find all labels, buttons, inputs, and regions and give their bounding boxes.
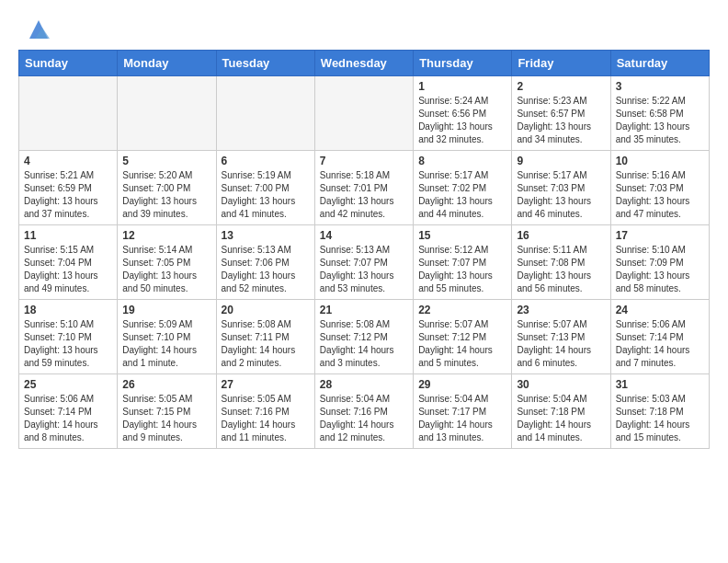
calendar-cell: 4Sunrise: 5:21 AM Sunset: 6:59 PM Daylig…: [19, 151, 118, 225]
weekday-header-monday: Monday: [118, 51, 216, 76]
calendar-cell: 8Sunrise: 5:17 AM Sunset: 7:02 PM Daylig…: [414, 151, 512, 225]
day-info: Sunrise: 5:04 AM Sunset: 7:16 PM Dayligh…: [320, 393, 408, 444]
day-info: Sunrise: 5:17 AM Sunset: 7:03 PM Dayligh…: [517, 169, 605, 221]
day-info: Sunrise: 5:10 AM Sunset: 7:10 PM Dayligh…: [24, 318, 112, 370]
calendar-cell: 29Sunrise: 5:04 AM Sunset: 7:17 PM Dayli…: [414, 374, 512, 449]
day-number: 3: [616, 80, 704, 93]
day-info: Sunrise: 5:13 AM Sunset: 7:06 PM Dayligh…: [222, 244, 310, 295]
calendar-header-row: SundayMondayTuesdayWednesdayThursdayFrid…: [19, 51, 710, 76]
day-number: 29: [418, 378, 506, 391]
weekday-header-tuesday: Tuesday: [216, 51, 314, 76]
calendar-cell: [19, 76, 118, 151]
day-info: Sunrise: 5:15 AM Sunset: 7:04 PM Dayligh…: [24, 244, 112, 295]
day-info: Sunrise: 5:05 AM Sunset: 7:15 PM Dayligh…: [122, 393, 210, 444]
calendar-cell: 1Sunrise: 5:24 AM Sunset: 6:56 PM Daylig…: [414, 76, 512, 151]
day-number: 4: [24, 155, 112, 167]
logo: [22, 17, 51, 42]
logo-icon: [26, 17, 51, 42]
day-info: Sunrise: 5:06 AM Sunset: 7:14 PM Dayligh…: [24, 393, 112, 444]
weekday-header-friday: Friday: [512, 51, 610, 76]
day-number: 13: [222, 229, 310, 242]
calendar-week-3: 11Sunrise: 5:15 AM Sunset: 7:04 PM Dayli…: [19, 225, 710, 300]
day-info: Sunrise: 5:24 AM Sunset: 6:56 PM Dayligh…: [418, 95, 506, 146]
calendar-cell: 30Sunrise: 5:04 AM Sunset: 7:18 PM Dayli…: [512, 374, 610, 449]
day-info: Sunrise: 5:13 AM Sunset: 7:07 PM Dayligh…: [320, 244, 408, 295]
calendar-cell: 11Sunrise: 5:15 AM Sunset: 7:04 PM Dayli…: [19, 225, 118, 300]
day-number: 23: [517, 304, 605, 316]
day-info: Sunrise: 5:04 AM Sunset: 7:18 PM Dayligh…: [517, 393, 605, 444]
calendar-cell: 20Sunrise: 5:08 AM Sunset: 7:11 PM Dayli…: [216, 300, 314, 374]
calendar-cell: 15Sunrise: 5:12 AM Sunset: 7:07 PM Dayli…: [414, 225, 512, 300]
calendar-cell: 14Sunrise: 5:13 AM Sunset: 7:07 PM Dayli…: [314, 225, 413, 300]
calendar-cell: 24Sunrise: 5:06 AM Sunset: 7:14 PM Dayli…: [610, 300, 709, 374]
day-info: Sunrise: 5:03 AM Sunset: 7:18 PM Dayligh…: [616, 393, 704, 444]
day-info: Sunrise: 5:06 AM Sunset: 7:14 PM Dayligh…: [616, 318, 704, 370]
day-info: Sunrise: 5:08 AM Sunset: 7:11 PM Dayligh…: [222, 318, 310, 370]
calendar-cell: 23Sunrise: 5:07 AM Sunset: 7:13 PM Dayli…: [512, 300, 610, 374]
day-number: 1: [418, 80, 506, 93]
day-info: Sunrise: 5:05 AM Sunset: 7:16 PM Dayligh…: [222, 393, 310, 444]
calendar-cell: 13Sunrise: 5:13 AM Sunset: 7:06 PM Dayli…: [216, 225, 314, 300]
day-info: Sunrise: 5:16 AM Sunset: 7:03 PM Dayligh…: [616, 169, 704, 221]
day-number: 6: [222, 155, 310, 167]
day-info: Sunrise: 5:07 AM Sunset: 7:13 PM Dayligh…: [517, 318, 605, 370]
calendar-cell: [118, 76, 216, 151]
day-number: 5: [122, 155, 210, 167]
calendar-cell: 9Sunrise: 5:17 AM Sunset: 7:03 PM Daylig…: [512, 151, 610, 225]
day-info: Sunrise: 5:23 AM Sunset: 6:57 PM Dayligh…: [517, 95, 605, 146]
day-number: 19: [122, 304, 210, 316]
calendar-week-4: 18Sunrise: 5:10 AM Sunset: 7:10 PM Dayli…: [19, 300, 710, 374]
day-info: Sunrise: 5:07 AM Sunset: 7:12 PM Dayligh…: [418, 318, 506, 370]
day-number: 31: [616, 378, 704, 391]
calendar-cell: 5Sunrise: 5:20 AM Sunset: 7:00 PM Daylig…: [118, 151, 216, 225]
calendar-cell: 19Sunrise: 5:09 AM Sunset: 7:10 PM Dayli…: [118, 300, 216, 374]
day-info: Sunrise: 5:20 AM Sunset: 7:00 PM Dayligh…: [122, 169, 210, 221]
day-info: Sunrise: 5:17 AM Sunset: 7:02 PM Dayligh…: [418, 169, 506, 221]
weekday-header-wednesday: Wednesday: [314, 51, 413, 76]
day-info: Sunrise: 5:09 AM Sunset: 7:10 PM Dayligh…: [122, 318, 210, 370]
day-info: Sunrise: 5:22 AM Sunset: 6:58 PM Dayligh…: [616, 95, 704, 146]
day-number: 11: [24, 229, 112, 242]
day-info: Sunrise: 5:04 AM Sunset: 7:17 PM Dayligh…: [418, 393, 506, 444]
day-number: 12: [122, 229, 210, 242]
day-number: 17: [616, 229, 704, 242]
calendar-cell: 6Sunrise: 5:19 AM Sunset: 7:00 PM Daylig…: [216, 151, 314, 225]
day-info: Sunrise: 5:11 AM Sunset: 7:08 PM Dayligh…: [517, 244, 605, 295]
weekday-header-thursday: Thursday: [414, 51, 512, 76]
day-number: 10: [616, 155, 704, 167]
day-info: Sunrise: 5:12 AM Sunset: 7:07 PM Dayligh…: [418, 244, 506, 295]
day-number: 30: [517, 378, 605, 391]
day-number: 26: [122, 378, 210, 391]
calendar-cell: 28Sunrise: 5:04 AM Sunset: 7:16 PM Dayli…: [314, 374, 413, 449]
calendar-cell: 31Sunrise: 5:03 AM Sunset: 7:18 PM Dayli…: [610, 374, 709, 449]
calendar-cell: 7Sunrise: 5:18 AM Sunset: 7:01 PM Daylig…: [314, 151, 413, 225]
day-number: 25: [24, 378, 112, 391]
calendar-table: SundayMondayTuesdayWednesdayThursdayFrid…: [18, 50, 710, 449]
weekday-header-sunday: Sunday: [19, 51, 118, 76]
calendar-week-2: 4Sunrise: 5:21 AM Sunset: 6:59 PM Daylig…: [19, 151, 710, 225]
calendar-cell: 25Sunrise: 5:06 AM Sunset: 7:14 PM Dayli…: [19, 374, 118, 449]
calendar-cell: 12Sunrise: 5:14 AM Sunset: 7:05 PM Dayli…: [118, 225, 216, 300]
day-number: 7: [320, 155, 408, 167]
day-number: 20: [222, 304, 310, 316]
day-number: 28: [320, 378, 408, 391]
weekday-header-saturday: Saturday: [610, 51, 709, 76]
calendar-cell: 10Sunrise: 5:16 AM Sunset: 7:03 PM Dayli…: [610, 151, 709, 225]
day-number: 27: [222, 378, 310, 391]
calendar-cell: 16Sunrise: 5:11 AM Sunset: 7:08 PM Dayli…: [512, 225, 610, 300]
day-info: Sunrise: 5:21 AM Sunset: 6:59 PM Dayligh…: [24, 169, 112, 221]
calendar-week-1: 1Sunrise: 5:24 AM Sunset: 6:56 PM Daylig…: [19, 76, 710, 151]
day-number: 15: [418, 229, 506, 242]
day-info: Sunrise: 5:10 AM Sunset: 7:09 PM Dayligh…: [616, 244, 704, 295]
day-number: 18: [24, 304, 112, 316]
page-header: [0, 0, 728, 50]
calendar-cell: [314, 76, 413, 151]
calendar-cell: [216, 76, 314, 151]
calendar-cell: 2Sunrise: 5:23 AM Sunset: 6:57 PM Daylig…: [512, 76, 610, 151]
calendar-wrapper: SundayMondayTuesdayWednesdayThursdayFrid…: [0, 50, 728, 458]
day-info: Sunrise: 5:18 AM Sunset: 7:01 PM Dayligh…: [320, 169, 408, 221]
day-number: 22: [418, 304, 506, 316]
day-number: 24: [616, 304, 704, 316]
day-number: 21: [320, 304, 408, 316]
day-number: 9: [517, 155, 605, 167]
